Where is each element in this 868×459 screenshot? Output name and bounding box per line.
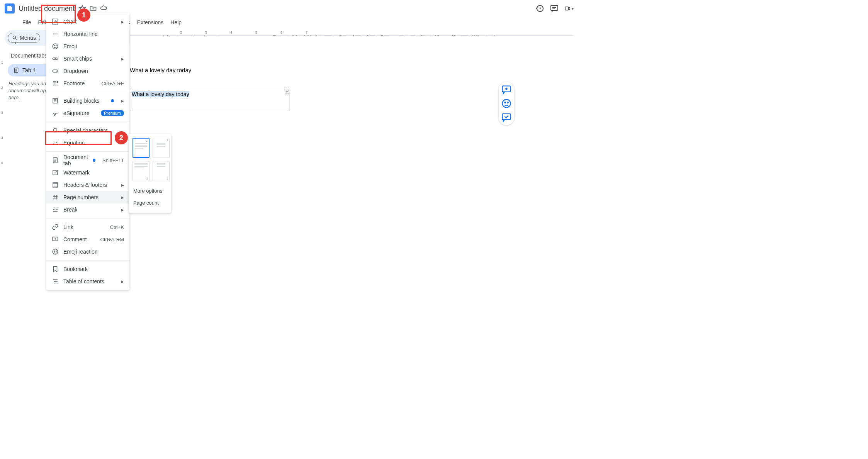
meet-icon[interactable] [564,4,574,13]
menu-item-link[interactable]: LinkCtrl+K [46,221,129,233]
comments-icon[interactable] [550,4,559,13]
menu-item-horizontal-line[interactable]: Horizontal line [46,28,129,40]
move-folder-icon[interactable] [89,5,97,12]
svg-rect-27 [53,170,58,175]
page-count-item[interactable]: Page count [132,197,167,209]
menu-item-watermark[interactable]: Watermark [46,166,129,179]
menu-item-break[interactable]: Break▶ [46,203,129,216]
svg-point-20 [56,46,57,46]
menu-item-page-numbers[interactable]: Page numbers▶ [46,191,129,203]
insert-menu-dropdown: Chart▶Horizontal lineEmojiSmart chips▶Dr… [46,13,129,290]
page-number-option-1[interactable]: 2 [132,138,149,158]
history-icon[interactable] [535,4,544,13]
menu-item-dropdown[interactable]: Dropdown [46,65,129,77]
menu-item-emoji-reaction[interactable]: Emoji reaction [46,246,129,258]
page-numbers-submenu: 2 1 2 1 More options Page count [129,134,171,213]
menu-item-footnote[interactable]: 1FootnoteCtrl+Alt+F [46,77,129,90]
emoji-icon [52,43,59,50]
svg-rect-2 [565,7,569,10]
emoji-reaction-icon[interactable] [501,98,512,109]
document-text[interactable]: What a lovely day today [130,67,316,73]
headers-icon [52,181,59,188]
bookmark-icon [52,266,59,273]
svg-point-32 [56,251,57,252]
menu-item-headers-footers[interactable]: Headers & footers▶ [46,179,129,191]
cloud-status-icon[interactable] [100,5,108,12]
svg-rect-28 [53,183,58,187]
menu-item-building-blocks[interactable]: Building blocks▶ [46,95,129,107]
textbox-content[interactable]: What a lovely day today [132,91,189,97]
page-number-option-2[interactable]: 1 [153,138,170,158]
side-float-panel [499,82,514,125]
header-right [535,4,574,13]
toc-icon [52,278,59,285]
docs-logo-icon[interactable] [5,3,15,14]
textbox-dropdown-handle[interactable]: ▾ [285,89,289,93]
text-box[interactable]: What a lovely day today ▾ [130,89,289,111]
svg-point-36 [507,102,508,103]
footnote-icon: 1 [52,80,59,87]
svg-point-35 [504,102,505,103]
comment-icon [52,236,59,243]
menu-item-bookmark[interactable]: Bookmark [46,263,129,275]
menu-item-esignature[interactable]: eSignaturePremium [46,107,129,119]
annotation-badge-2: 2 [115,131,128,144]
menu-item-table-of-contents[interactable]: Table of contents▶ [46,275,129,288]
omega-icon [52,127,59,134]
water-icon [52,169,59,176]
break-icon [52,206,59,213]
menu-item-document-tab[interactable]: Document tabShift+F11 [46,154,129,166]
emojir-icon [52,248,59,255]
chart-icon [52,18,59,25]
svg-rect-1 [551,5,558,10]
more-options-item[interactable]: More options [132,185,167,197]
hash-icon [52,194,59,201]
document-area[interactable]: What a lovely day today What a lovely da… [130,36,578,306]
document-title[interactable]: Untitled document [19,5,75,13]
page-number-option-3[interactable]: 2 [132,161,149,181]
add-comment-icon[interactable] [501,84,512,95]
svg-point-34 [503,100,511,108]
svg-rect-37 [503,114,511,120]
hr-icon [52,30,59,37]
tab-label: Tab 1 [22,67,36,73]
svg-point-19 [54,46,55,46]
menu-item-comment[interactable]: CommentCtrl+Alt+M [46,233,129,246]
link-icon [52,224,59,230]
svg-text:1: 1 [57,81,58,83]
tab-icon [52,157,59,164]
menu-extensions[interactable]: Extensions [134,18,166,27]
dropdown-icon [52,68,59,75]
annotation-badge-1: 1 [77,8,90,22]
esig-icon [52,110,59,117]
pi-icon: π² [52,139,59,146]
menu-help[interactable]: Help [167,18,185,27]
menu-item-emoji[interactable]: Emoji [46,40,129,53]
page-number-option-4[interactable]: 1 [153,161,170,181]
svg-point-30 [53,249,58,254]
tab-icon [13,67,19,73]
suggest-edits-icon[interactable] [501,112,512,123]
svg-point-31 [54,251,55,252]
chips-icon [52,55,59,62]
horizontal-ruler: 2 3 4 5 6 7 [130,30,574,36]
menu-item-smart-chips[interactable]: Smart chips▶ [46,53,129,65]
svg-point-18 [53,44,58,49]
blocks-icon [52,97,59,104]
menu-file[interactable]: File [19,18,34,27]
